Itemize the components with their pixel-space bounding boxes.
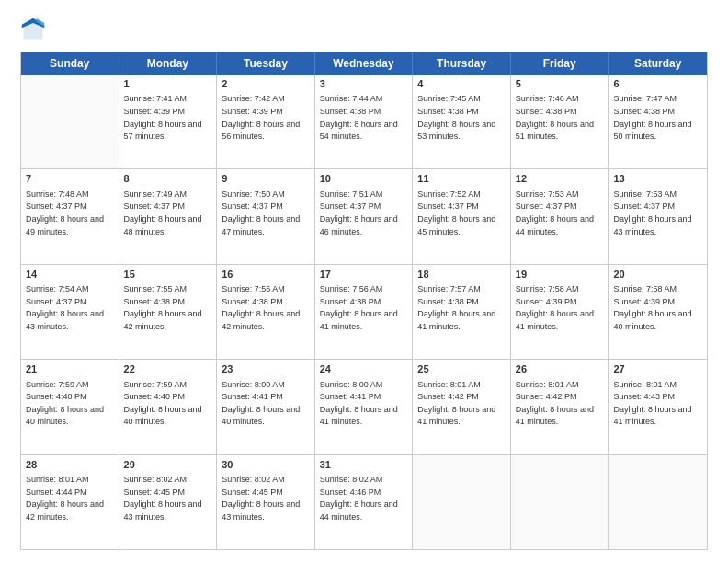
calendar-body: 1Sunrise: 7:41 AM Sunset: 4:39 PM Daylig… xyxy=(21,75,707,549)
calendar-day-empty xyxy=(609,455,707,549)
day-info: Sunrise: 7:53 AM Sunset: 4:37 PM Dayligh… xyxy=(516,190,594,236)
day-number: 15 xyxy=(124,268,212,282)
calendar-week-5: 28Sunrise: 8:01 AM Sunset: 4:44 PM Dayli… xyxy=(21,455,707,549)
day-number: 25 xyxy=(417,362,506,376)
day-info: Sunrise: 7:54 AM Sunset: 4:37 PM Dayligh… xyxy=(26,284,104,331)
calendar-week-4: 21Sunrise: 7:59 AM Sunset: 4:40 PM Dayli… xyxy=(21,360,707,454)
calendar-day-5: 5Sunrise: 7:46 AM Sunset: 4:38 PM Daylig… xyxy=(511,75,609,168)
calendar: SundayMondayTuesdayWednesdayThursdayFrid… xyxy=(20,52,708,550)
day-number: 19 xyxy=(516,268,604,282)
calendar-day-10: 10Sunrise: 7:51 AM Sunset: 4:37 PM Dayli… xyxy=(315,169,414,263)
day-number: 16 xyxy=(222,268,310,282)
day-info: Sunrise: 7:51 AM Sunset: 4:37 PM Dayligh… xyxy=(320,190,398,236)
day-number: 2 xyxy=(222,77,310,91)
calendar-day-18: 18Sunrise: 7:57 AM Sunset: 4:38 PM Dayli… xyxy=(413,265,511,359)
day-info: Sunrise: 7:49 AM Sunset: 4:37 PM Dayligh… xyxy=(124,190,202,236)
day-number: 6 xyxy=(613,77,702,91)
day-info: Sunrise: 7:56 AM Sunset: 4:38 PM Dayligh… xyxy=(222,284,300,331)
calendar-day-26: 26Sunrise: 8:01 AM Sunset: 4:42 PM Dayli… xyxy=(511,360,609,454)
day-number: 7 xyxy=(26,172,114,186)
day-info: Sunrise: 8:00 AM Sunset: 4:41 PM Dayligh… xyxy=(320,380,398,427)
calendar-day-30: 30Sunrise: 8:02 AM Sunset: 4:45 PM Dayli… xyxy=(217,455,315,549)
logo-icon xyxy=(20,17,46,42)
day-number: 27 xyxy=(613,362,702,376)
day-number: 1 xyxy=(124,77,212,91)
calendar-day-22: 22Sunrise: 7:59 AM Sunset: 4:40 PM Dayli… xyxy=(119,360,218,454)
weekday-header-thursday: Thursday xyxy=(413,52,511,75)
day-info: Sunrise: 7:52 AM Sunset: 4:37 PM Dayligh… xyxy=(417,190,495,236)
day-number: 28 xyxy=(26,458,114,472)
day-number: 14 xyxy=(26,268,114,282)
calendar-day-20: 20Sunrise: 7:58 AM Sunset: 4:39 PM Dayli… xyxy=(609,265,707,359)
calendar-day-19: 19Sunrise: 7:58 AM Sunset: 4:39 PM Dayli… xyxy=(511,265,609,359)
day-number: 5 xyxy=(516,77,604,91)
calendar-day-21: 21Sunrise: 7:59 AM Sunset: 4:40 PM Dayli… xyxy=(21,360,119,454)
weekday-header-tuesday: Tuesday xyxy=(217,52,315,75)
day-info: Sunrise: 8:01 AM Sunset: 4:43 PM Dayligh… xyxy=(613,380,691,427)
calendar-day-empty xyxy=(21,75,119,168)
calendar-day-6: 6Sunrise: 7:47 AM Sunset: 4:38 PM Daylig… xyxy=(609,75,707,168)
day-number: 18 xyxy=(417,268,506,282)
calendar-day-9: 9Sunrise: 7:50 AM Sunset: 4:37 PM Daylig… xyxy=(217,169,315,263)
day-number: 10 xyxy=(320,172,408,186)
day-number: 26 xyxy=(516,362,604,376)
day-info: Sunrise: 8:01 AM Sunset: 4:42 PM Dayligh… xyxy=(417,380,495,427)
day-info: Sunrise: 7:48 AM Sunset: 4:37 PM Dayligh… xyxy=(26,190,104,236)
day-info: Sunrise: 7:50 AM Sunset: 4:37 PM Dayligh… xyxy=(222,190,300,236)
day-info: Sunrise: 7:58 AM Sunset: 4:39 PM Dayligh… xyxy=(613,284,691,331)
calendar-day-empty xyxy=(511,455,609,549)
day-info: Sunrise: 8:00 AM Sunset: 4:41 PM Dayligh… xyxy=(222,380,300,427)
calendar-week-2: 7Sunrise: 7:48 AM Sunset: 4:37 PM Daylig… xyxy=(21,169,707,264)
calendar-day-11: 11Sunrise: 7:52 AM Sunset: 4:37 PM Dayli… xyxy=(413,169,511,263)
day-number: 31 xyxy=(320,458,408,472)
calendar-day-27: 27Sunrise: 8:01 AM Sunset: 4:43 PM Dayli… xyxy=(609,360,707,454)
day-number: 3 xyxy=(320,77,408,91)
day-number: 22 xyxy=(124,362,212,376)
calendar-day-29: 29Sunrise: 8:02 AM Sunset: 4:45 PM Dayli… xyxy=(119,455,218,549)
day-info: Sunrise: 7:46 AM Sunset: 4:38 PM Dayligh… xyxy=(516,94,594,141)
day-number: 30 xyxy=(222,458,310,472)
calendar-day-4: 4Sunrise: 7:45 AM Sunset: 4:38 PM Daylig… xyxy=(413,75,511,168)
calendar-day-7: 7Sunrise: 7:48 AM Sunset: 4:37 PM Daylig… xyxy=(21,169,119,263)
calendar-day-17: 17Sunrise: 7:56 AM Sunset: 4:38 PM Dayli… xyxy=(315,265,414,359)
weekday-header-monday: Monday xyxy=(119,52,218,75)
day-info: Sunrise: 7:45 AM Sunset: 4:38 PM Dayligh… xyxy=(417,94,495,141)
calendar-day-8: 8Sunrise: 7:49 AM Sunset: 4:37 PM Daylig… xyxy=(119,169,218,263)
day-info: Sunrise: 7:53 AM Sunset: 4:37 PM Dayligh… xyxy=(613,190,691,236)
calendar-week-1: 1Sunrise: 7:41 AM Sunset: 4:39 PM Daylig… xyxy=(21,75,707,169)
day-info: Sunrise: 7:56 AM Sunset: 4:38 PM Dayligh… xyxy=(320,284,398,331)
day-info: Sunrise: 7:58 AM Sunset: 4:39 PM Dayligh… xyxy=(516,284,594,331)
calendar-day-2: 2Sunrise: 7:42 AM Sunset: 4:39 PM Daylig… xyxy=(217,75,315,168)
day-number: 23 xyxy=(222,362,310,376)
day-info: Sunrise: 7:57 AM Sunset: 4:38 PM Dayligh… xyxy=(417,284,495,331)
day-number: 12 xyxy=(516,172,604,186)
calendar-day-empty xyxy=(413,455,511,549)
calendar-day-12: 12Sunrise: 7:53 AM Sunset: 4:37 PM Dayli… xyxy=(511,169,609,263)
day-number: 9 xyxy=(222,172,310,186)
calendar-day-14: 14Sunrise: 7:54 AM Sunset: 4:37 PM Dayli… xyxy=(21,265,119,359)
weekday-header-sunday: Sunday xyxy=(21,52,119,75)
day-number: 20 xyxy=(613,268,702,282)
calendar-day-3: 3Sunrise: 7:44 AM Sunset: 4:38 PM Daylig… xyxy=(315,75,414,168)
day-info: Sunrise: 7:47 AM Sunset: 4:38 PM Dayligh… xyxy=(613,94,691,141)
day-number: 17 xyxy=(320,268,408,282)
day-info: Sunrise: 8:02 AM Sunset: 4:45 PM Dayligh… xyxy=(124,475,202,522)
page: SundayMondayTuesdayWednesdayThursdayFrid… xyxy=(0,0,728,563)
day-number: 21 xyxy=(26,362,114,376)
day-info: Sunrise: 7:59 AM Sunset: 4:40 PM Dayligh… xyxy=(124,380,202,427)
day-info: Sunrise: 8:01 AM Sunset: 4:42 PM Dayligh… xyxy=(516,380,594,427)
calendar-week-3: 14Sunrise: 7:54 AM Sunset: 4:37 PM Dayli… xyxy=(21,265,707,360)
calendar-header: SundayMondayTuesdayWednesdayThursdayFrid… xyxy=(21,52,707,75)
day-number: 11 xyxy=(417,172,506,186)
weekday-header-wednesday: Wednesday xyxy=(315,52,414,75)
day-number: 13 xyxy=(613,172,702,186)
day-info: Sunrise: 8:02 AM Sunset: 4:46 PM Dayligh… xyxy=(320,475,398,522)
day-info: Sunrise: 7:59 AM Sunset: 4:40 PM Dayligh… xyxy=(26,380,104,427)
day-number: 29 xyxy=(124,458,212,472)
header xyxy=(20,17,708,42)
day-number: 8 xyxy=(124,172,212,186)
weekday-header-saturday: Saturday xyxy=(609,52,707,75)
weekday-header-friday: Friday xyxy=(511,52,609,75)
calendar-day-28: 28Sunrise: 8:01 AM Sunset: 4:44 PM Dayli… xyxy=(21,455,119,549)
logo xyxy=(20,17,50,42)
